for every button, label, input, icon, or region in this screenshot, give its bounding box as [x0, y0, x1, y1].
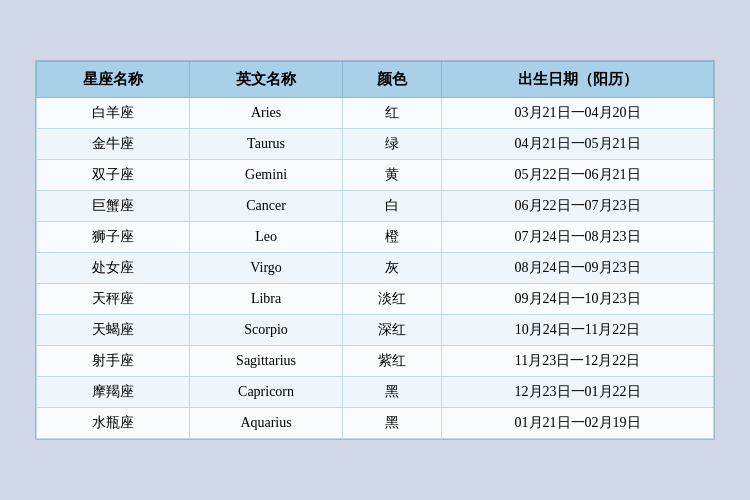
table-row: 天蝎座Scorpio深红10月24日一11月22日: [37, 315, 714, 346]
table-row: 射手座Sagittarius紫红11月23日一12月22日: [37, 346, 714, 377]
cell-english-name: Taurus: [190, 129, 343, 160]
header-color: 颜色: [343, 62, 442, 98]
cell-dates: 07月24日一08月23日: [442, 222, 714, 253]
cell-chinese-name: 天蝎座: [37, 315, 190, 346]
cell-english-name: Capricorn: [190, 377, 343, 408]
cell-chinese-name: 水瓶座: [37, 408, 190, 439]
table-row: 处女座Virgo灰08月24日一09月23日: [37, 253, 714, 284]
header-english-name: 英文名称: [190, 62, 343, 98]
header-chinese-name: 星座名称: [37, 62, 190, 98]
cell-color: 黑: [343, 377, 442, 408]
cell-dates: 01月21日一02月19日: [442, 408, 714, 439]
cell-english-name: Scorpio: [190, 315, 343, 346]
table-row: 天秤座Libra淡红09月24日一10月23日: [37, 284, 714, 315]
cell-color: 黑: [343, 408, 442, 439]
cell-chinese-name: 射手座: [37, 346, 190, 377]
cell-chinese-name: 巨蟹座: [37, 191, 190, 222]
cell-chinese-name: 狮子座: [37, 222, 190, 253]
cell-dates: 05月22日一06月21日: [442, 160, 714, 191]
zodiac-table: 星座名称 英文名称 颜色 出生日期（阳历） 白羊座Aries红03月21日一04…: [36, 61, 714, 439]
cell-color: 黄: [343, 160, 442, 191]
cell-chinese-name: 金牛座: [37, 129, 190, 160]
cell-chinese-name: 白羊座: [37, 98, 190, 129]
table-row: 水瓶座Aquarius黑01月21日一02月19日: [37, 408, 714, 439]
table-row: 狮子座Leo橙07月24日一08月23日: [37, 222, 714, 253]
cell-chinese-name: 处女座: [37, 253, 190, 284]
cell-color: 白: [343, 191, 442, 222]
cell-english-name: Leo: [190, 222, 343, 253]
cell-english-name: Aquarius: [190, 408, 343, 439]
cell-chinese-name: 摩羯座: [37, 377, 190, 408]
table-row: 摩羯座Capricorn黑12月23日一01月22日: [37, 377, 714, 408]
cell-dates: 04月21日一05月21日: [442, 129, 714, 160]
cell-dates: 06月22日一07月23日: [442, 191, 714, 222]
header-dates: 出生日期（阳历）: [442, 62, 714, 98]
cell-chinese-name: 天秤座: [37, 284, 190, 315]
cell-dates: 08月24日一09月23日: [442, 253, 714, 284]
cell-english-name: Aries: [190, 98, 343, 129]
cell-color: 红: [343, 98, 442, 129]
cell-color: 橙: [343, 222, 442, 253]
cell-color: 淡红: [343, 284, 442, 315]
cell-dates: 11月23日一12月22日: [442, 346, 714, 377]
cell-color: 绿: [343, 129, 442, 160]
cell-dates: 03月21日一04月20日: [442, 98, 714, 129]
cell-english-name: Libra: [190, 284, 343, 315]
cell-english-name: Cancer: [190, 191, 343, 222]
table-row: 白羊座Aries红03月21日一04月20日: [37, 98, 714, 129]
cell-english-name: Sagittarius: [190, 346, 343, 377]
table-row: 双子座Gemini黄05月22日一06月21日: [37, 160, 714, 191]
table-row: 金牛座Taurus绿04月21日一05月21日: [37, 129, 714, 160]
table-row: 巨蟹座Cancer白06月22日一07月23日: [37, 191, 714, 222]
cell-english-name: Gemini: [190, 160, 343, 191]
cell-chinese-name: 双子座: [37, 160, 190, 191]
cell-color: 深红: [343, 315, 442, 346]
cell-dates: 10月24日一11月22日: [442, 315, 714, 346]
cell-dates: 09月24日一10月23日: [442, 284, 714, 315]
cell-color: 灰: [343, 253, 442, 284]
cell-color: 紫红: [343, 346, 442, 377]
zodiac-table-container: 星座名称 英文名称 颜色 出生日期（阳历） 白羊座Aries红03月21日一04…: [35, 60, 715, 440]
cell-english-name: Virgo: [190, 253, 343, 284]
cell-dates: 12月23日一01月22日: [442, 377, 714, 408]
table-header-row: 星座名称 英文名称 颜色 出生日期（阳历）: [37, 62, 714, 98]
